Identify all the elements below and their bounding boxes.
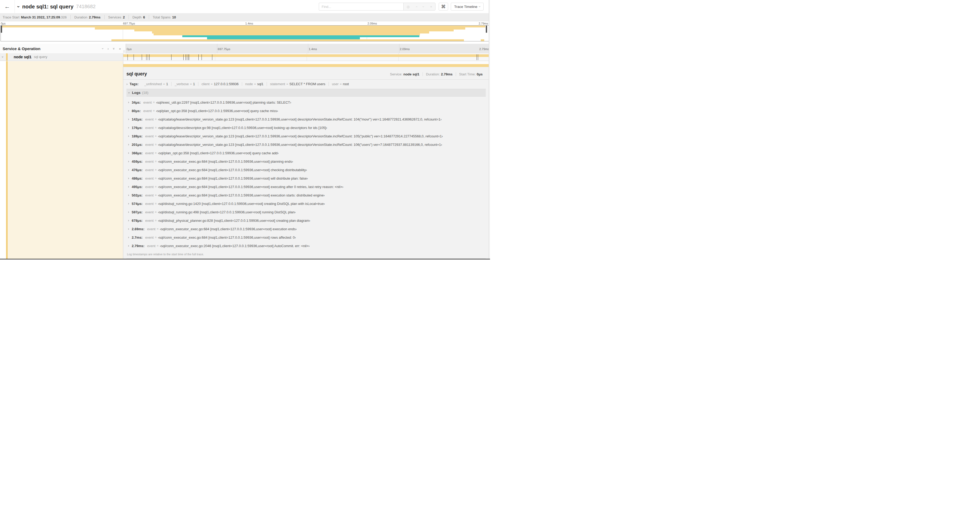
log-value: ‹sql/conn_executor_exec.go:684 [nsql1,cl… xyxy=(158,235,296,240)
next-result-icon[interactable]: › xyxy=(422,6,425,7)
expand-log-icon[interactable]: › xyxy=(128,101,132,104)
log-row[interactable]: › 34μs: event = ‹sql/exec_util.go:2297 [… xyxy=(126,98,486,107)
log-marker-tick[interactable] xyxy=(171,54,172,60)
log-marker-tick[interactable] xyxy=(478,54,478,60)
expand-log-icon[interactable]: › xyxy=(128,134,132,138)
log-marker-tick[interactable] xyxy=(146,54,146,60)
log-value: ‹sql/conn_executor_exec.go:684 [nsql1,cl… xyxy=(158,168,307,172)
view-selector-button[interactable]: Trace Timeline › xyxy=(451,3,484,11)
log-row[interactable]: › 80μs: event = ‹sql/plan_opt.go:358 [ns… xyxy=(126,107,486,115)
log-row[interactable]: › 459μs: event = ‹sql/conn_executor_exec… xyxy=(126,157,486,166)
log-row[interactable]: › 476μs: event = ‹sql/conn_executor_exec… xyxy=(126,166,486,174)
log-timestamp: 476μs: xyxy=(132,168,143,172)
log-row[interactable]: › 366μs: event = ‹sql/plan_opt.go:358 [n… xyxy=(126,149,486,157)
expand-one-icon[interactable]: › xyxy=(108,47,108,50)
summary-item: Duration 2.79ms xyxy=(70,15,104,19)
expand-log-icon[interactable]: › xyxy=(128,117,132,121)
log-value: ‹sql/conn_executor_exec.go:684 [nsql1,cl… xyxy=(158,185,343,189)
log-marker-tick[interactable] xyxy=(198,54,199,60)
page-bottom-edge xyxy=(0,259,490,260)
minimap-span-bar xyxy=(182,35,419,37)
log-marker-tick[interactable] xyxy=(148,54,148,60)
expand-log-icon[interactable]: › xyxy=(128,219,132,222)
log-marker-tick[interactable] xyxy=(188,54,188,60)
tag-item: node=sql1 xyxy=(242,82,267,86)
log-row[interactable]: › 189μs: event = ‹sql/catalog/lease/desc… xyxy=(126,132,486,140)
back-button[interactable]: ← xyxy=(0,0,15,13)
trace-timeline-page: ← › node sql1: sql query 7418682 ◎ › › ×… xyxy=(0,0,490,260)
expand-log-icon[interactable]: › xyxy=(128,151,132,155)
log-marker-tick[interactable] xyxy=(127,54,128,60)
equals-sign: = xyxy=(211,83,212,86)
log-key: event xyxy=(145,143,154,147)
keyboard-shortcuts-button[interactable]: ⌘ xyxy=(439,3,448,11)
log-row[interactable]: › 2.7ms: event = ‹sql/conn_executor_exec… xyxy=(126,233,486,241)
page-title: node sql1: sql query xyxy=(22,4,73,10)
minimap-right-handle[interactable] xyxy=(486,26,487,33)
tags-row[interactable]: › Tags: _unfinished=1_verbose=1client=12… xyxy=(123,80,489,88)
span-name-cell[interactable]: › node sql1 sql query xyxy=(0,53,123,61)
expand-log-icon[interactable]: › xyxy=(128,210,132,214)
find-input[interactable] xyxy=(319,3,403,11)
log-row[interactable]: › 2.69ms: event = ‹sql/conn_executor_exe… xyxy=(126,225,486,233)
expand-log-icon[interactable]: › xyxy=(128,176,132,180)
expand-log-icon[interactable]: › xyxy=(128,185,132,188)
log-key: event xyxy=(143,101,152,104)
expand-log-icon[interactable]: › xyxy=(128,143,132,146)
summary-item: Services 2 xyxy=(104,15,129,19)
tag-value: root xyxy=(343,82,349,86)
expand-log-icon[interactable]: › xyxy=(128,202,132,206)
timeline-table-header: Service & Operation › › » » || 0μs697.75… xyxy=(0,44,490,54)
log-timestamp: 189μs: xyxy=(132,134,143,138)
expand-log-icon[interactable]: › xyxy=(128,244,132,248)
collapse-one-icon[interactable]: › xyxy=(101,48,105,49)
logs-header[interactable]: › Logs (18) xyxy=(126,89,486,96)
expand-all-icon[interactable]: » xyxy=(119,47,121,50)
log-key: event xyxy=(145,210,154,214)
log-row[interactable]: › 201μs: event = ‹sql/catalog/lease/desc… xyxy=(126,140,486,149)
expand-log-icon[interactable]: › xyxy=(128,227,132,231)
prev-result-icon[interactable]: › xyxy=(415,6,418,7)
chevron-down-icon[interactable]: › xyxy=(1,56,5,57)
log-row[interactable]: › 486μs: event = ‹sql/conn_executor_exec… xyxy=(126,174,486,182)
summary-item: Depth 6 xyxy=(129,15,149,19)
span-bar-cell[interactable] xyxy=(123,53,490,61)
match-case-icon[interactable]: ◎ xyxy=(407,5,410,8)
axis-tick-label: 0μs xyxy=(127,48,132,51)
log-row[interactable]: › 176μs: event = ‹sql/catalog/descs/desc… xyxy=(126,123,486,132)
log-row[interactable]: › 678μs: event = ‹sql/distsql_physical_p… xyxy=(126,216,486,225)
expand-log-icon[interactable]: › xyxy=(128,168,132,172)
log-row[interactable]: › 495μs: event = ‹sql/conn_executor_exec… xyxy=(126,182,486,191)
trace-title-group[interactable]: › node sql1: sql query 7418682 xyxy=(18,0,95,13)
log-row[interactable]: › 502μs: event = ‹sql/conn_executor_exec… xyxy=(126,191,486,200)
collapse-all-icon[interactable]: » xyxy=(112,48,116,50)
expand-tags-icon[interactable]: › xyxy=(126,82,127,86)
tag-item: client=127.0.0.1:59936 xyxy=(198,82,242,86)
service-value: node sql1 xyxy=(403,72,419,76)
expand-log-icon[interactable]: › xyxy=(128,126,132,129)
log-marker-tick[interactable] xyxy=(212,54,212,60)
command-icon: ⌘ xyxy=(441,4,445,10)
log-row[interactable]: › 2.79ms: event = ‹sql/conn_executor_exe… xyxy=(126,241,486,250)
log-marker-tick[interactable] xyxy=(183,54,184,60)
log-marker-tick[interactable] xyxy=(134,54,134,60)
log-row[interactable]: › 597μs: event = ‹sql/distsql_running.go… xyxy=(126,208,486,216)
column-resizer[interactable]: || xyxy=(123,50,125,53)
minimap-left-handle[interactable] xyxy=(1,26,2,33)
expand-log-icon[interactable]: › xyxy=(128,109,132,113)
log-row[interactable]: › 574μs: event = ‹sql/distsql_running.go… xyxy=(126,200,486,208)
expand-log-icon[interactable]: › xyxy=(128,235,132,239)
expand-log-icon[interactable]: › xyxy=(128,193,132,197)
clear-search-icon[interactable]: × xyxy=(430,5,432,8)
log-row[interactable]: › 142μs: event = ‹sql/catalog/lease/desc… xyxy=(126,115,486,123)
span-detail-accent-bar xyxy=(123,64,489,67)
span-row[interactable]: › node sql1 sql query xyxy=(0,53,490,61)
scrollbar[interactable] xyxy=(489,0,490,260)
log-marker-tick[interactable] xyxy=(187,54,187,60)
expand-log-icon[interactable]: › xyxy=(128,160,132,163)
start-time-label: Start Time: xyxy=(459,72,476,76)
timeline-minimap[interactable] xyxy=(0,25,489,42)
chevron-down-icon[interactable]: › xyxy=(16,6,21,7)
log-key: event xyxy=(145,168,154,172)
chevron-down-icon[interactable]: › xyxy=(127,92,131,93)
